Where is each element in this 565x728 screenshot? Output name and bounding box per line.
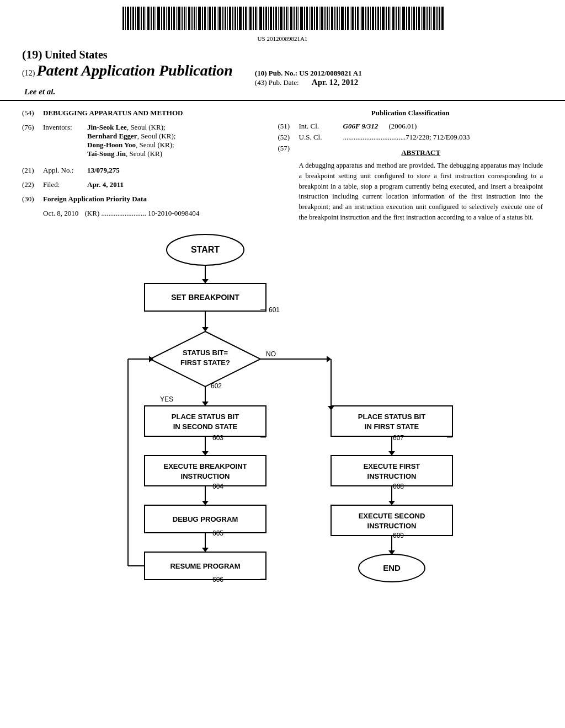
svg-marker-155 [149,356,153,362]
us-cl-label: U.S. Cl. [299,133,343,142]
inventor-name: Lee et al. [24,87,55,97]
svg-rect-117 [421,7,422,30]
inventors-num: (76) [22,123,43,158]
tag-603: 603 [212,434,223,442]
int-cl-row: (51) Int. Cl. G06F 9/312 (2006.01) [278,122,543,131]
doc-type: Patent Application Publication [37,62,233,79]
filed-num: (22) [22,180,43,189]
svg-rect-44 [234,7,236,30]
svg-rect-62 [280,7,282,30]
right-box1-line2: IN FIRST STATE [365,422,419,431]
svg-rect-84 [337,7,338,30]
svg-rect-85 [339,7,340,30]
svg-rect-8 [143,7,145,30]
svg-marker-145 [202,501,209,505]
svg-rect-124 [439,7,440,30]
svg-rect-3 [130,7,131,30]
country-line: (19) United States [22,47,362,62]
pub-classification-title: Publication Classification [278,109,543,117]
svg-rect-32 [204,7,206,30]
svg-rect-21 [176,7,177,30]
svg-rect-118 [423,7,425,30]
svg-rect-77 [319,7,319,30]
svg-rect-14 [157,7,160,30]
foreign-app: 10-2010-0098404 [148,209,199,217]
svg-rect-35 [212,7,213,30]
int-cl-label: Int. Cl. [299,122,343,131]
svg-rect-113 [411,7,412,30]
svg-rect-114 [413,7,415,30]
svg-rect-109 [401,7,401,30]
svg-marker-163 [388,501,395,505]
svg-marker-135 [202,402,209,406]
tag-602: 602 [211,382,222,390]
svg-rect-82 [331,7,333,30]
svg-rect-115 [416,7,417,30]
inventors-label: Inventors: [43,123,87,158]
svg-rect-81 [329,7,330,30]
svg-rect-108 [398,7,399,30]
no-label: NO [266,350,276,358]
diamond-line1: STATUS BIT= [183,349,228,357]
svg-rect-5 [135,7,136,30]
svg-rect-80 [327,7,328,30]
svg-rect-75 [314,7,315,30]
svg-rect-119 [427,7,428,30]
svg-rect-72 [306,7,308,30]
diamond-line2: FIRST STATE? [180,358,230,367]
svg-rect-47 [243,7,244,30]
barcode-section: US 20120089821A1 [0,0,565,45]
svg-rect-120 [429,7,430,30]
svg-rect-89 [350,7,350,30]
pub-no: US 2012/0089821 A1 [299,69,361,77]
svg-rect-42 [229,7,231,30]
foreign-row: (30) Foreign Application Priority Data [22,195,267,204]
tag-605: 605 [212,529,223,537]
svg-rect-123 [436,7,438,30]
svg-rect-10 [147,7,150,30]
svg-rect-43 [232,7,233,30]
title-num: (54) [22,109,43,117]
svg-rect-83 [334,7,335,30]
svg-rect-16 [163,7,165,30]
flowchart-section: START SET BREAKPOINT 601 STATUS BIT= FIR… [0,225,565,644]
svg-rect-22 [178,7,180,30]
resume-program-label: RESUME PROGRAM [170,562,240,570]
svg-rect-116 [418,7,420,30]
svg-rect-52 [255,7,257,30]
svg-rect-90 [351,7,354,30]
svg-rect-33 [207,7,207,30]
pub-meta: (10) Pub. No.: US 2012/0089821 A1 (43) P… [255,69,362,87]
svg-rect-45 [237,7,238,30]
right-box2-line1: EXECUTE FIRST [364,462,420,470]
svg-rect-46 [239,7,242,30]
svg-rect-4 [132,7,134,30]
svg-rect-94 [361,7,364,30]
us-cl-dots: ................................... [343,133,406,142]
svg-rect-51 [253,7,254,30]
svg-marker-128 [202,279,209,283]
svg-rect-31 [202,7,203,30]
appl-num: (21) [22,166,43,175]
svg-rect-11 [151,7,152,30]
title: DEBUGGING APPARATUS AND METHOD [43,109,267,117]
svg-marker-141 [202,451,209,456]
svg-marker-132 [202,327,209,331]
svg-rect-73 [309,7,310,30]
country-prefix: (19) [22,47,42,61]
svg-rect-60 [275,7,277,30]
svg-rect-64 [286,7,287,30]
tag-606: 606 [212,576,223,584]
filed-row: (22) Filed: Apr. 4, 2011 [22,180,267,189]
svg-rect-95 [365,7,366,30]
svg-rect-9 [146,7,146,30]
svg-rect-106 [392,7,395,30]
tag-609: 609 [393,532,404,539]
foreign-country: (KR) [85,209,100,217]
appl-row: (21) Appl. No.: 13/079,275 [22,166,267,175]
svg-rect-61 [278,7,279,30]
main-content: (54) DEBUGGING APPARATUS AND METHOD (76)… [0,101,565,225]
svg-rect-103 [386,7,387,30]
tag-601: 601 [269,306,280,314]
svg-rect-56 [265,7,267,30]
